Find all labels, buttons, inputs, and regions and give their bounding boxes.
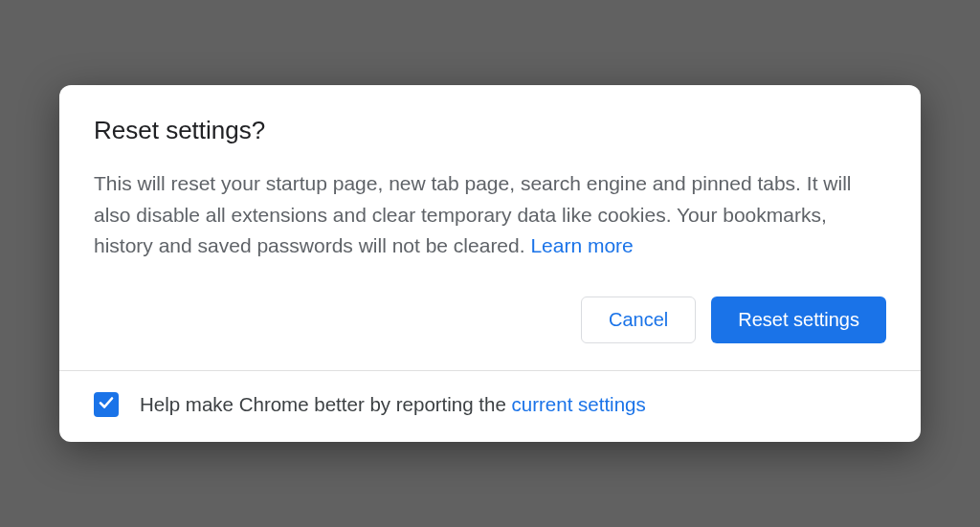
- dialog-footer: Help make Chrome better by reporting the…: [59, 370, 921, 442]
- dialog-title: Reset settings?: [94, 116, 886, 145]
- current-settings-link[interactable]: current settings: [512, 393, 646, 415]
- footer-text: Help make Chrome better by reporting the…: [140, 393, 646, 416]
- cancel-button[interactable]: Cancel: [581, 296, 696, 343]
- reset-settings-dialog: Reset settings? This will reset your sta…: [59, 85, 921, 442]
- report-settings-checkbox[interactable]: [94, 392, 119, 417]
- checkmark-icon: [98, 394, 115, 415]
- reset-settings-button[interactable]: Reset settings: [711, 296, 886, 343]
- dialog-actions: Cancel Reset settings: [94, 296, 886, 343]
- footer-text-prefix: Help make Chrome better by reporting the: [140, 393, 512, 415]
- dialog-body: This will reset your startup page, new t…: [94, 168, 886, 262]
- dialog-content: Reset settings? This will reset your sta…: [59, 85, 921, 370]
- dialog-body-text: This will reset your startup page, new t…: [94, 172, 851, 256]
- learn-more-link[interactable]: Learn more: [530, 234, 633, 256]
